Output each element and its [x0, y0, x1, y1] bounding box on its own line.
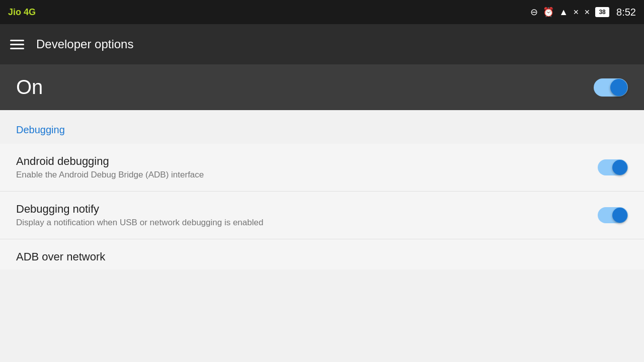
- content-area: Debugging Android debugging Enable the A…: [0, 110, 644, 269]
- wifi-icon: ▲: [559, 7, 568, 18]
- developer-options-toggle[interactable]: [594, 78, 628, 97]
- status-bar: Jio 4G ⊖ ⏰ ▲ ✕ ✕ 38 8:52: [0, 0, 644, 24]
- adb-over-network-title: ADB over network: [16, 250, 628, 263]
- debugging-notify-title: Debugging notify: [16, 203, 598, 216]
- app-bar-title: Developer options: [36, 37, 133, 51]
- status-icons: ⊖ ⏰ ▲ ✕ ✕ 38 8:52: [530, 7, 636, 18]
- dnd-icon: ⊖: [530, 7, 538, 18]
- alarm-icon: ⏰: [543, 7, 554, 18]
- debugging-section-title: Debugging: [16, 124, 65, 135]
- debugging-section-header: Debugging: [0, 110, 644, 144]
- debugging-notify-subtitle: Display a notification when USB or netwo…: [16, 218, 598, 228]
- signal-x2-icon: ✕: [584, 8, 590, 16]
- signal-x-icon: ✕: [573, 8, 579, 16]
- android-debugging-text: Android debugging Enable the Android Deb…: [16, 155, 598, 180]
- carrier-label: Jio 4G: [8, 7, 36, 18]
- hamburger-line-1: [10, 40, 24, 41]
- toggle-thumb: [610, 79, 627, 96]
- android-debugging-toggle-thumb: [612, 160, 627, 175]
- android-debugging-subtitle: Enable the Android Debug Bridge (ADB) in…: [16, 170, 598, 180]
- android-debugging-toggle[interactable]: [598, 159, 628, 175]
- status-time: 8:52: [616, 7, 636, 18]
- menu-button[interactable]: [10, 40, 24, 49]
- developer-options-state-label: On: [16, 76, 43, 99]
- android-debugging-item[interactable]: Android debugging Enable the Android Deb…: [0, 144, 644, 192]
- hamburger-line-2: [10, 44, 24, 45]
- developer-options-toggle-section: On: [0, 64, 644, 110]
- adb-over-network-item[interactable]: ADB over network: [0, 239, 644, 269]
- battery-icon: 38: [595, 7, 609, 17]
- app-bar: Developer options: [0, 24, 644, 64]
- debugging-notify-toggle-thumb: [612, 208, 627, 223]
- hamburger-line-3: [10, 48, 24, 49]
- debugging-notify-text: Debugging notify Display a notification …: [16, 203, 598, 228]
- debugging-notify-item[interactable]: Debugging notify Display a notification …: [0, 192, 644, 239]
- android-debugging-title: Android debugging: [16, 155, 598, 168]
- debugging-notify-toggle[interactable]: [598, 207, 628, 223]
